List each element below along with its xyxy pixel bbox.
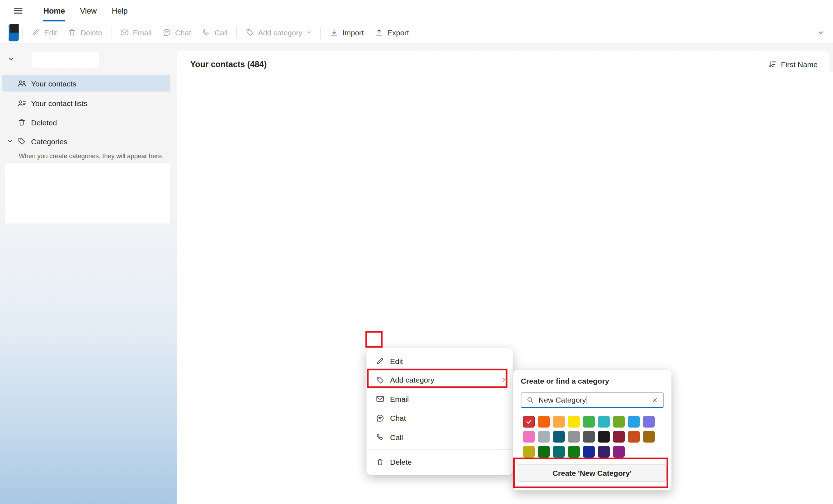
sidebar-item-categories[interactable]: Categories (2, 133, 170, 150)
search-icon (526, 396, 534, 404)
people-icon (17, 79, 31, 88)
toolbar-overflow-chevron[interactable] (817, 29, 825, 36)
toolbar-separator (111, 26, 111, 38)
chevron-down-icon (306, 30, 312, 36)
chat-label: Chat (175, 28, 191, 37)
color-swatch[interactable] (553, 446, 565, 458)
sidebar-item-label: Your contacts (31, 79, 76, 88)
color-swatch[interactable] (568, 431, 580, 443)
color-swatch[interactable] (538, 431, 550, 443)
import-button[interactable]: Import (324, 24, 369, 41)
color-swatch[interactable] (553, 416, 565, 428)
outlook-people-window: Home View Help New contact Edit Dele (0, 0, 833, 504)
color-swatch[interactable] (583, 431, 595, 443)
color-swatch[interactable] (538, 446, 550, 458)
categories-hint: When you create categories, they will ap… (19, 152, 172, 160)
color-swatch[interactable] (613, 416, 625, 428)
email-label: Email (133, 28, 152, 37)
delete-label: Delete (81, 28, 103, 37)
color-swatch[interactable] (643, 431, 655, 443)
arrow-import-icon (330, 28, 339, 37)
people-list-icon (17, 98, 31, 108)
sidebar-item-your-contact-lists[interactable]: Your contact lists (2, 95, 170, 112)
toolbar-separator (22, 26, 23, 38)
trash-icon (17, 118, 31, 127)
menu-item-label: Add category (390, 376, 434, 384)
sidebar-item-label: Categories (31, 137, 68, 145)
menu-item-delete[interactable]: Delete (366, 453, 513, 471)
pencil-icon (31, 28, 40, 37)
tab-view[interactable]: View (73, 0, 104, 21)
color-swatch[interactable] (538, 416, 550, 428)
new-contact-button[interactable]: New contact (9, 24, 19, 41)
color-swatch[interactable] (628, 416, 640, 428)
color-swatch[interactable] (523, 416, 535, 428)
color-swatch[interactable] (523, 446, 535, 458)
create-category-button[interactable]: Create 'New Category' (518, 464, 667, 482)
chevron-down-icon[interactable] (2, 138, 17, 145)
color-swatch[interactable] (598, 431, 610, 443)
color-swatch[interactable] (523, 431, 535, 443)
pencil-icon (375, 356, 385, 366)
split-divider (9, 27, 9, 38)
phone-icon (375, 433, 385, 442)
arrow-export-icon (374, 28, 384, 37)
category-search-input[interactable]: New Category (521, 392, 664, 408)
delete-button[interactable]: Delete (63, 24, 108, 41)
hamburger-menu-button[interactable] (13, 5, 24, 17)
menu-separator (366, 449, 513, 450)
color-swatch[interactable] (598, 416, 610, 428)
tab-help[interactable]: Help (104, 0, 135, 21)
color-swatch[interactable] (568, 416, 580, 428)
tag-icon (245, 28, 254, 37)
menu-item-email[interactable]: Email (366, 390, 513, 409)
color-swatch[interactable] (583, 446, 595, 458)
toolbar-separator (320, 26, 321, 38)
trash-icon (375, 458, 385, 467)
color-swatch[interactable] (643, 416, 655, 428)
color-swatch[interactable] (598, 446, 610, 458)
export-button[interactable]: Export (369, 24, 414, 41)
clear-search-icon[interactable] (651, 396, 659, 404)
color-swatch[interactable] (568, 446, 580, 458)
import-label: Import (343, 28, 364, 37)
chat-button[interactable]: Chat (157, 24, 196, 41)
new-contact-dropdown-chevron[interactable] (10, 24, 19, 33)
add-category-label: Add category (258, 28, 302, 37)
sort-control[interactable]: First Name (768, 60, 818, 69)
mail-icon (375, 394, 385, 404)
sidebar-item-deleted[interactable]: Deleted (2, 114, 170, 131)
sidebar-item-label: Your contact lists (31, 99, 88, 108)
add-category-button[interactable]: Add category (240, 24, 317, 41)
toolbar-separator (236, 26, 237, 38)
text-cursor (587, 396, 587, 405)
phone-icon (202, 28, 211, 37)
email-button[interactable]: Email (115, 24, 157, 41)
menu-item-label: Call (390, 433, 403, 441)
tab-home[interactable]: Home (36, 0, 73, 21)
color-swatch[interactable] (553, 431, 565, 443)
call-button[interactable]: Call (196, 24, 233, 41)
tag-icon (17, 137, 31, 146)
color-swatch[interactable] (583, 416, 595, 428)
person-add-icon (183, 294, 193, 304)
flyout-title: Create or find a category (521, 377, 609, 385)
sort-label: First Name (781, 60, 818, 69)
sidebar-collapse-chevron[interactable] (8, 55, 15, 63)
edit-button[interactable]: Edit (26, 24, 62, 41)
sidebar-item-label: Deleted (31, 118, 57, 127)
menu-item-label: Email (390, 395, 409, 403)
menu-item-call[interactable]: Call (366, 428, 513, 446)
color-swatch[interactable] (613, 446, 625, 458)
color-swatch[interactable] (613, 431, 625, 443)
menu-item-add-category[interactable]: Add category (366, 370, 513, 389)
chat-icon (162, 28, 171, 37)
menu-item-chat[interactable]: Chat (366, 409, 513, 428)
menu-item-edit[interactable]: Edit (366, 351, 513, 370)
sidebar-item-your-contacts[interactable]: Your contacts (2, 75, 170, 92)
color-swatch[interactable] (628, 431, 640, 443)
sidebar: Your contacts Your contact lists Deleted… (0, 44, 177, 504)
mail-icon (120, 28, 129, 37)
redacted-account-label (32, 52, 99, 68)
chat-icon (375, 414, 385, 423)
